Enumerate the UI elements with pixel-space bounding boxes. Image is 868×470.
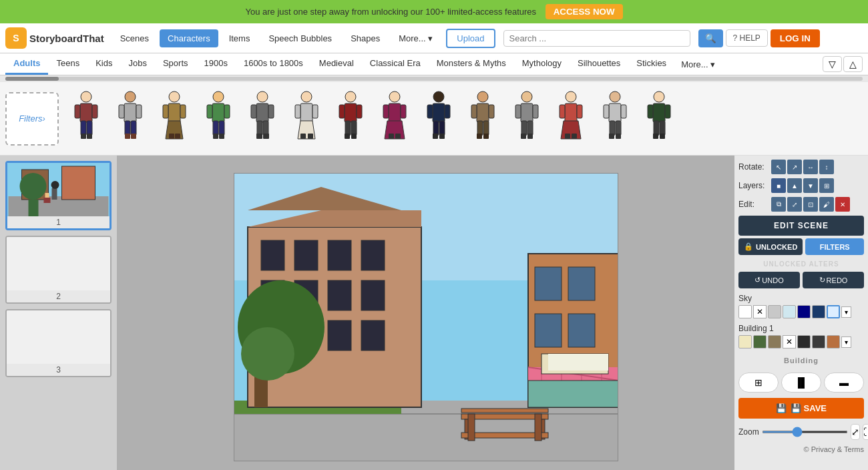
scene-canvas[interactable] — [234, 173, 618, 461]
scroll-thumb[interactable] — [5, 77, 59, 81]
search-button[interactable]: 🔍 — [698, 29, 723, 47]
building-swatch-5[interactable] — [812, 335, 825, 348]
tab-silhouettes[interactable]: Silhouettes — [570, 53, 628, 75]
sky-swatch-navy[interactable] — [797, 305, 811, 318]
layout-columns-btn[interactable]: ▐▌ — [781, 373, 821, 393]
svg-rect-129 — [328, 280, 351, 310]
redo-button[interactable]: ↻ REDO — [803, 272, 864, 288]
tab-classical[interactable]: Classical Era — [362, 53, 429, 75]
tab-1900s[interactable]: 1900s — [196, 53, 236, 75]
scene-thumb-2[interactable]: 2 — [5, 236, 112, 304]
rotate-left-btn[interactable]: ↖ — [771, 160, 786, 174]
svg-rect-101 — [653, 103, 665, 122]
character-2[interactable] — [108, 89, 152, 149]
building-swatch-2[interactable] — [753, 335, 767, 348]
layout-grid-btn[interactable]: ⊞ — [738, 373, 779, 393]
character-5[interactable] — [240, 89, 284, 149]
tab-stickies[interactable]: Stickies — [628, 53, 674, 75]
nav-items[interactable]: Items — [221, 29, 258, 47]
tab-jobs[interactable]: Jobs — [120, 53, 154, 75]
edit-expand-btn[interactable]: ⤢ — [787, 197, 802, 212]
layer-up-btn[interactable]: ▲ — [787, 178, 802, 193]
sky-swatch-gray[interactable] — [768, 305, 781, 318]
character-10[interactable] — [461, 89, 505, 149]
sky-swatch-darkblue[interactable] — [812, 305, 825, 318]
scene-thumb-3[interactable]: 3 — [5, 309, 112, 377]
nav-characters[interactable]: Characters — [160, 29, 218, 47]
tab-mythology[interactable]: Mythology — [514, 53, 570, 75]
edit-crop-btn[interactable]: ⊡ — [803, 197, 818, 212]
character-6[interactable] — [284, 89, 329, 149]
flip-h-btn[interactable]: ↔ — [803, 160, 818, 174]
scene-image-3 — [7, 310, 110, 364]
nav-arrow-right[interactable]: △ — [843, 56, 863, 72]
upload-button[interactable]: Upload — [446, 29, 495, 48]
character-1[interactable] — [64, 89, 108, 149]
undo-button[interactable]: ↺ UNDO — [738, 272, 800, 288]
tab-teens[interactable]: Teens — [48, 53, 87, 75]
character-9[interactable] — [417, 89, 461, 149]
tab-1600s[interactable]: 1600s to 1800s — [236, 53, 311, 75]
svg-rect-156 — [548, 354, 608, 371]
nav-shapes[interactable]: Shapes — [343, 29, 388, 47]
edit-delete-btn[interactable]: ✕ — [835, 197, 850, 212]
svg-marker-89 — [561, 121, 581, 139]
nav-scenes[interactable]: Scenes — [112, 29, 157, 47]
svg-rect-1 — [80, 103, 92, 122]
building-dropdown[interactable]: ▾ — [841, 336, 851, 348]
rotate-right-btn[interactable]: ↗ — [787, 160, 802, 174]
sky-swatch-white[interactable] — [738, 305, 752, 318]
character-3[interactable] — [152, 89, 196, 149]
nav-arrow-left[interactable]: ▽ — [823, 56, 842, 72]
search-input[interactable] — [509, 33, 684, 43]
building-swatch-4[interactable] — [797, 335, 811, 348]
sky-swatch-selected[interactable] — [827, 305, 840, 318]
layer-grid-btn[interactable]: ⊞ — [819, 178, 834, 193]
sky-swatch-lightblue[interactable] — [783, 305, 796, 318]
nav-speech-bubbles[interactable]: Speech Bubbles — [260, 29, 340, 47]
tab-kids[interactable]: Kids — [87, 53, 120, 75]
help-button[interactable]: ? HELP — [726, 29, 768, 47]
filters-button[interactable]: Filters› — [5, 92, 59, 146]
filters-right-button[interactable]: FILTERS — [805, 238, 864, 255]
logo[interactable]: S StoryboardThat — [5, 27, 104, 49]
scene-thumb-1[interactable]: 1 — [5, 161, 112, 230]
character-11[interactable] — [505, 89, 549, 149]
tab-medieval[interactable]: Medieval — [311, 53, 362, 75]
svg-rect-76 — [483, 134, 489, 139]
svg-point-39 — [301, 91, 312, 102]
nav-more[interactable]: More... ▾ — [391, 29, 441, 47]
login-button[interactable]: LOG IN — [771, 29, 820, 47]
building-swatch-6[interactable] — [827, 335, 840, 348]
character-12[interactable] — [549, 89, 593, 149]
layout-single-btn[interactable]: ▬ — [824, 373, 864, 393]
building-swatch-1[interactable] — [738, 335, 752, 348]
sky-dropdown[interactable]: ▾ — [841, 306, 851, 318]
zoom-fullscreen-btn[interactable]: ⛶ — [863, 424, 868, 440]
character-8[interactable] — [373, 89, 417, 149]
character-13[interactable] — [593, 89, 637, 149]
zoom-slider[interactable] — [762, 431, 848, 433]
flip-v-btn[interactable]: ↕ — [819, 160, 834, 174]
tab-sports[interactable]: Sports — [155, 53, 196, 75]
building-swatch-3[interactable] — [768, 335, 781, 348]
save-button[interactable]: 💾 💾 SAVE — [738, 398, 864, 419]
svg-rect-60 — [395, 134, 401, 139]
unlocked-button[interactable]: 🔒 UNLOCKED — [738, 238, 803, 255]
edit-scene-button[interactable]: EDIT SCENE — [738, 216, 864, 236]
tab-more[interactable]: More... ▾ — [674, 55, 722, 74]
tab-adults[interactable]: Adults — [5, 53, 48, 75]
layer-fill-btn[interactable]: ■ — [771, 178, 786, 193]
access-now-button[interactable]: ACCESS NOW — [546, 4, 623, 19]
zoom-expand-btn[interactable]: ⤢ — [851, 424, 860, 440]
edit-paint-btn[interactable]: 🖌 — [819, 197, 834, 212]
character-4[interactable] — [196, 89, 240, 149]
building-swatch-x[interactable]: ✕ — [783, 335, 796, 348]
sky-swatch-x[interactable]: ✕ — [753, 305, 767, 318]
layer-down-btn[interactable]: ▼ — [803, 178, 818, 193]
character-7[interactable] — [329, 89, 373, 149]
svg-rect-141 — [568, 314, 595, 347]
tab-monsters[interactable]: Monsters & Myths — [429, 53, 514, 75]
edit-copy-btn[interactable]: ⧉ — [771, 197, 786, 212]
character-14[interactable] — [637, 89, 681, 149]
